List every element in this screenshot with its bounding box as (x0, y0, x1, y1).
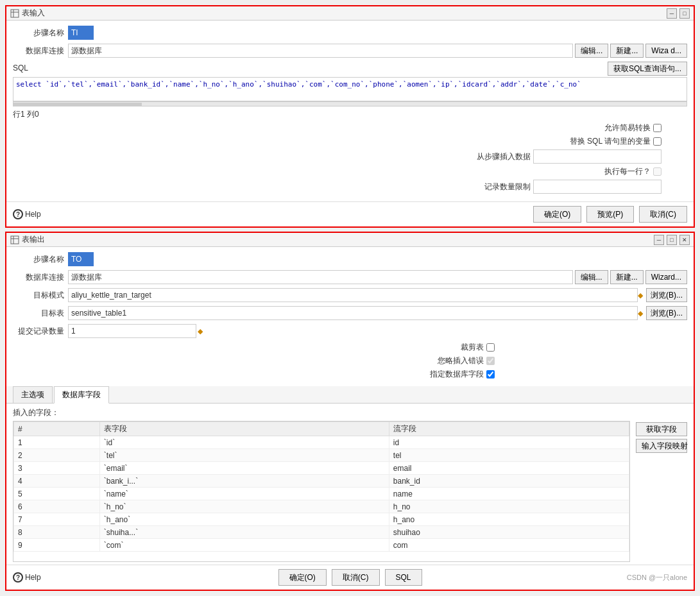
help-label-top: Help (25, 210, 41, 219)
row-table-field: `bank_i...` (99, 475, 389, 488)
replace-sql-vars-checkbox[interactable] (653, 137, 662, 146)
target-mode-diamond-icon: ◆ (638, 291, 643, 300)
ignore-errors-label: 您略插入错误 (407, 355, 484, 366)
step-name-input[interactable] (68, 26, 94, 40)
ok-button-bottom[interactable]: 确定(O) (278, 569, 327, 586)
top-window: 表输入 ─ □ 步骤名称 数据库连接 编辑... 新建... Wiza d...… (5, 5, 695, 228)
row-table-field: `h_ano` (99, 513, 389, 526)
row-num: 6 (14, 500, 100, 513)
sql-textarea[interactable]: select `id`,`tel`,`email`,`bank_id`,`nam… (13, 77, 687, 101)
execute-each-row-checkbox[interactable] (653, 167, 662, 176)
execute-each-row-label: 执行每一行？ (522, 166, 651, 177)
top-window-content: 步骤名称 数据库连接 编辑... 新建... Wiza d... SQL 获取S… (6, 21, 694, 201)
row-table-field: `shuiha...` (99, 526, 389, 539)
bottom-window: 表输出 ─ □ ✕ 步骤名称 数据库连接 编辑... 新建... Wizard.… (5, 232, 695, 591)
edit-btn-top[interactable]: 编辑... (575, 44, 608, 58)
table-row: 7 `h_ano` h_ano (14, 513, 629, 526)
bottom-step-name-input[interactable] (68, 252, 94, 266)
bottom-new-btn[interactable]: 新建... (610, 270, 644, 284)
fields-label: 插入的字段： (13, 407, 687, 418)
db-conn-input-top[interactable] (68, 44, 573, 58)
help-button-bottom[interactable]: ? Help (13, 572, 41, 583)
replace-sql-vars-label: 替换 SQL 请句里的变量 (522, 136, 651, 147)
cancel-button-top[interactable]: 取消(C) (639, 206, 687, 223)
top-window-controls: ─ □ (667, 8, 690, 19)
get-fields-button[interactable]: 获取字段 (636, 422, 687, 436)
col-table-field-header: 表字段 (99, 422, 389, 436)
bottom-db-conn-row: 数据库连接 编辑... 新建... Wizard... (13, 270, 687, 284)
specify-db-fields-label: 指定数据库字段 (407, 369, 484, 380)
browse-btn-target-mode[interactable]: 浏览(B)... (646, 288, 687, 302)
allow-simple-convert-checkbox[interactable] (653, 124, 662, 132)
sql-button-bottom[interactable]: SQL (385, 569, 422, 586)
cancel-button-bottom[interactable]: 取消(C) (332, 569, 380, 586)
get-sql-button[interactable]: 获取SQL查询语句... (608, 62, 687, 76)
fields-section: 插入的字段： # 表字段 流字段 1 `id` id 2 `te (6, 404, 694, 565)
tab-main-options-label: 主选项 (21, 390, 44, 399)
bottom-wizard-btn[interactable]: Wizard... (645, 270, 687, 284)
bottom-edit-btn[interactable]: 编辑... (575, 270, 608, 284)
bottom-step-name-label: 步骤名称 (13, 254, 64, 265)
row-stream-field: h_no (389, 500, 629, 513)
record-limit-input[interactable] (533, 180, 662, 194)
top-window-title: 表输入 (22, 8, 45, 19)
sql-label: SQL (13, 64, 28, 72)
target-table-label: 目标表 (13, 308, 64, 319)
col-stream-field-header: 流字段 (389, 422, 629, 436)
browse-btn-target-table[interactable]: 浏览(B)... (646, 306, 687, 320)
row-stream-field: id (389, 436, 629, 449)
target-mode-row: 目标模式 ◆ 浏览(B)... (13, 288, 687, 302)
target-table-input[interactable] (68, 306, 638, 320)
row-num: 9 (14, 539, 100, 552)
table-row: 6 `h_no` h_no (14, 500, 629, 513)
svg-rect-0 (11, 10, 19, 17)
bottom-db-conn-input[interactable] (68, 270, 573, 284)
map-fields-button[interactable]: 输入字段映射 (636, 439, 687, 453)
tab-main-options[interactable]: 主选项 (13, 386, 53, 403)
bottom-maximize-button[interactable]: □ (667, 235, 677, 245)
top-maximize-button[interactable]: □ (679, 8, 690, 19)
ignore-errors-checkbox[interactable] (486, 357, 495, 365)
table-row: 1 `id` id (14, 436, 629, 449)
tab-db-fields-label: 数据库字段 (62, 390, 101, 399)
row-num: 7 (14, 513, 100, 526)
wizard-btn-top[interactable]: Wiza d... (645, 44, 687, 58)
help-button-top[interactable]: ? Help (13, 209, 41, 219)
table-row: 4 `bank_i...` bank_id (14, 475, 629, 488)
bottom-window-title: 表输出 (22, 234, 45, 245)
help-icon-top: ? (13, 209, 23, 219)
target-mode-label: 目标模式 (13, 290, 64, 301)
truncate-table-checkbox[interactable] (486, 343, 495, 352)
top-minimize-button[interactable]: ─ (667, 8, 677, 19)
bottom-db-conn-label: 数据库连接 (13, 272, 64, 283)
commit-size-diamond-icon: ◆ (198, 327, 203, 336)
bottom-window-content: 步骤名称 数据库连接 编辑... 新建... Wizard... 目标模式 ◆ … (6, 247, 694, 386)
table-row: 5 `name` name (14, 488, 629, 500)
ok-button-top[interactable]: 确定(O) (533, 206, 581, 223)
preview-button-top[interactable]: 预览(P) (586, 206, 634, 223)
truncate-table-label: 裁剪表 (407, 342, 484, 353)
col-num-header: # (14, 422, 100, 436)
bottom-window-footer: ? Help 确定(O) 取消(C) SQL CSDN @一只alone (6, 565, 694, 590)
tabs-container: 主选项 数据库字段 (6, 386, 694, 404)
row-col-indicator: 行1 列0 (13, 109, 687, 120)
bottom-close-button[interactable]: ✕ (679, 235, 690, 245)
table-row: 8 `shuiha...` shuihao (14, 526, 629, 539)
table-row: 2 `tel` tel (14, 449, 629, 462)
top-footer-left: ? Help (13, 209, 533, 219)
step-name-label: 步骤名称 (13, 28, 64, 38)
row-table-field: `id` (99, 436, 389, 449)
row-table-field: `email` (99, 462, 389, 475)
tab-db-fields[interactable]: 数据库字段 (54, 386, 109, 404)
bottom-minimize-button[interactable]: ─ (654, 235, 664, 245)
step-name-row: 步骤名称 (13, 26, 687, 40)
target-mode-input[interactable] (68, 288, 638, 302)
insert-from-step-input[interactable] (533, 149, 662, 164)
bottom-window-controls: ─ □ ✕ (654, 235, 690, 245)
csdn-watermark: CSDN @一只alone (627, 574, 687, 581)
table-input-title-icon (10, 9, 19, 18)
fields-table-container[interactable]: # 表字段 流字段 1 `id` id 2 `tel` tel 3 `email… (13, 421, 630, 562)
specify-db-fields-checkbox[interactable] (486, 370, 495, 379)
commit-size-input[interactable] (68, 324, 196, 338)
new-btn-top[interactable]: 新建... (610, 44, 644, 58)
